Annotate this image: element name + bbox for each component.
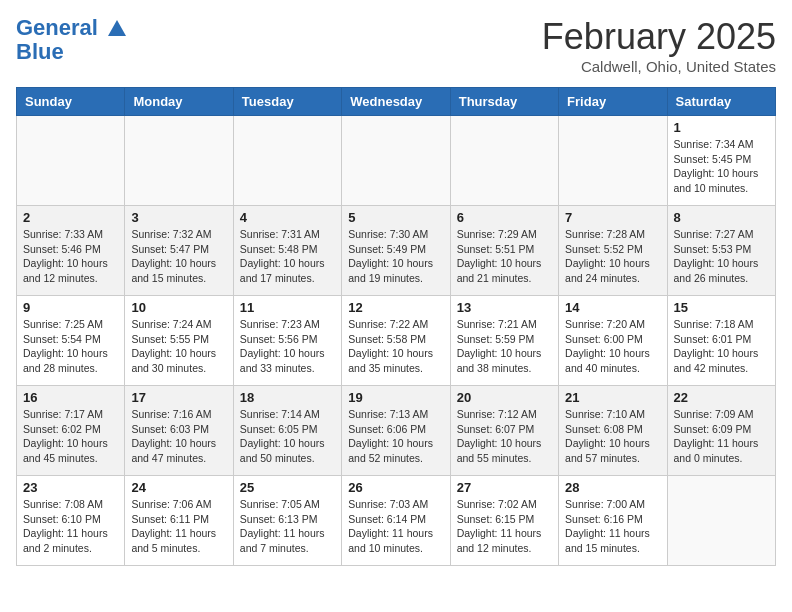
day-info: Sunrise: 7:18 AM Sunset: 6:01 PM Dayligh…: [674, 317, 769, 376]
table-row: 5Sunrise: 7:30 AM Sunset: 5:49 PM Daylig…: [342, 206, 450, 296]
day-info: Sunrise: 7:08 AM Sunset: 6:10 PM Dayligh…: [23, 497, 118, 556]
day-info: Sunrise: 7:17 AM Sunset: 6:02 PM Dayligh…: [23, 407, 118, 466]
table-row: [450, 116, 558, 206]
day-number: 11: [240, 300, 335, 315]
day-info: Sunrise: 7:27 AM Sunset: 5:53 PM Dayligh…: [674, 227, 769, 286]
day-number: 18: [240, 390, 335, 405]
day-info: Sunrise: 7:33 AM Sunset: 5:46 PM Dayligh…: [23, 227, 118, 286]
day-number: 5: [348, 210, 443, 225]
day-number: 3: [131, 210, 226, 225]
table-row: 12Sunrise: 7:22 AM Sunset: 5:58 PM Dayli…: [342, 296, 450, 386]
day-info: Sunrise: 7:24 AM Sunset: 5:55 PM Dayligh…: [131, 317, 226, 376]
table-row: [667, 476, 775, 566]
day-number: 17: [131, 390, 226, 405]
table-row: [342, 116, 450, 206]
calendar-table: Sunday Monday Tuesday Wednesday Thursday…: [16, 87, 776, 566]
table-row: [559, 116, 667, 206]
svg-marker-0: [108, 20, 126, 36]
calendar-week-row: 2Sunrise: 7:33 AM Sunset: 5:46 PM Daylig…: [17, 206, 776, 296]
day-info: Sunrise: 7:34 AM Sunset: 5:45 PM Dayligh…: [674, 137, 769, 196]
day-info: Sunrise: 7:14 AM Sunset: 6:05 PM Dayligh…: [240, 407, 335, 466]
day-number: 19: [348, 390, 443, 405]
logo-general: General: [16, 15, 98, 40]
day-number: 25: [240, 480, 335, 495]
table-row: [17, 116, 125, 206]
calendar-week-row: 9Sunrise: 7:25 AM Sunset: 5:54 PM Daylig…: [17, 296, 776, 386]
calendar-week-row: 16Sunrise: 7:17 AM Sunset: 6:02 PM Dayli…: [17, 386, 776, 476]
day-number: 8: [674, 210, 769, 225]
logo: General Blue: [16, 16, 128, 64]
table-row: 25Sunrise: 7:05 AM Sunset: 6:13 PM Dayli…: [233, 476, 341, 566]
day-number: 14: [565, 300, 660, 315]
day-info: Sunrise: 7:23 AM Sunset: 5:56 PM Dayligh…: [240, 317, 335, 376]
day-info: Sunrise: 7:21 AM Sunset: 5:59 PM Dayligh…: [457, 317, 552, 376]
day-number: 10: [131, 300, 226, 315]
day-number: 2: [23, 210, 118, 225]
table-row: 13Sunrise: 7:21 AM Sunset: 5:59 PM Dayli…: [450, 296, 558, 386]
day-info: Sunrise: 7:25 AM Sunset: 5:54 PM Dayligh…: [23, 317, 118, 376]
day-number: 12: [348, 300, 443, 315]
calendar-week-row: 23Sunrise: 7:08 AM Sunset: 6:10 PM Dayli…: [17, 476, 776, 566]
table-row: 28Sunrise: 7:00 AM Sunset: 6:16 PM Dayli…: [559, 476, 667, 566]
day-info: Sunrise: 7:30 AM Sunset: 5:49 PM Dayligh…: [348, 227, 443, 286]
day-info: Sunrise: 7:10 AM Sunset: 6:08 PM Dayligh…: [565, 407, 660, 466]
day-number: 7: [565, 210, 660, 225]
table-row: 8Sunrise: 7:27 AM Sunset: 5:53 PM Daylig…: [667, 206, 775, 296]
table-row: 11Sunrise: 7:23 AM Sunset: 5:56 PM Dayli…: [233, 296, 341, 386]
day-number: 23: [23, 480, 118, 495]
day-info: Sunrise: 7:32 AM Sunset: 5:47 PM Dayligh…: [131, 227, 226, 286]
table-row: 10Sunrise: 7:24 AM Sunset: 5:55 PM Dayli…: [125, 296, 233, 386]
table-row: [233, 116, 341, 206]
month-title: February 2025: [542, 16, 776, 58]
table-row: 26Sunrise: 7:03 AM Sunset: 6:14 PM Dayli…: [342, 476, 450, 566]
day-info: Sunrise: 7:22 AM Sunset: 5:58 PM Dayligh…: [348, 317, 443, 376]
table-row: 3Sunrise: 7:32 AM Sunset: 5:47 PM Daylig…: [125, 206, 233, 296]
table-row: 1Sunrise: 7:34 AM Sunset: 5:45 PM Daylig…: [667, 116, 775, 206]
location-subtitle: Caldwell, Ohio, United States: [542, 58, 776, 75]
day-number: 4: [240, 210, 335, 225]
table-row: 18Sunrise: 7:14 AM Sunset: 6:05 PM Dayli…: [233, 386, 341, 476]
day-info: Sunrise: 7:13 AM Sunset: 6:06 PM Dayligh…: [348, 407, 443, 466]
day-info: Sunrise: 7:00 AM Sunset: 6:16 PM Dayligh…: [565, 497, 660, 556]
calendar-header-row: Sunday Monday Tuesday Wednesday Thursday…: [17, 88, 776, 116]
table-row: 27Sunrise: 7:02 AM Sunset: 6:15 PM Dayli…: [450, 476, 558, 566]
header-tuesday: Tuesday: [233, 88, 341, 116]
table-row: 15Sunrise: 7:18 AM Sunset: 6:01 PM Dayli…: [667, 296, 775, 386]
calendar-week-row: 1Sunrise: 7:34 AM Sunset: 5:45 PM Daylig…: [17, 116, 776, 206]
day-number: 24: [131, 480, 226, 495]
day-number: 22: [674, 390, 769, 405]
table-row: 20Sunrise: 7:12 AM Sunset: 6:07 PM Dayli…: [450, 386, 558, 476]
day-number: 15: [674, 300, 769, 315]
day-info: Sunrise: 7:05 AM Sunset: 6:13 PM Dayligh…: [240, 497, 335, 556]
table-row: 19Sunrise: 7:13 AM Sunset: 6:06 PM Dayli…: [342, 386, 450, 476]
day-info: Sunrise: 7:09 AM Sunset: 6:09 PM Dayligh…: [674, 407, 769, 466]
page-header: General Blue February 2025 Caldwell, Ohi…: [16, 16, 776, 75]
table-row: 4Sunrise: 7:31 AM Sunset: 5:48 PM Daylig…: [233, 206, 341, 296]
day-info: Sunrise: 7:31 AM Sunset: 5:48 PM Dayligh…: [240, 227, 335, 286]
logo-blue: Blue: [16, 39, 64, 64]
table-row: 9Sunrise: 7:25 AM Sunset: 5:54 PM Daylig…: [17, 296, 125, 386]
day-number: 28: [565, 480, 660, 495]
header-sunday: Sunday: [17, 88, 125, 116]
day-info: Sunrise: 7:28 AM Sunset: 5:52 PM Dayligh…: [565, 227, 660, 286]
table-row: 24Sunrise: 7:06 AM Sunset: 6:11 PM Dayli…: [125, 476, 233, 566]
day-number: 27: [457, 480, 552, 495]
day-number: 20: [457, 390, 552, 405]
table-row: 14Sunrise: 7:20 AM Sunset: 6:00 PM Dayli…: [559, 296, 667, 386]
table-row: 21Sunrise: 7:10 AM Sunset: 6:08 PM Dayli…: [559, 386, 667, 476]
day-number: 13: [457, 300, 552, 315]
day-info: Sunrise: 7:06 AM Sunset: 6:11 PM Dayligh…: [131, 497, 226, 556]
logo-icon: [106, 18, 128, 40]
table-row: 7Sunrise: 7:28 AM Sunset: 5:52 PM Daylig…: [559, 206, 667, 296]
day-info: Sunrise: 7:16 AM Sunset: 6:03 PM Dayligh…: [131, 407, 226, 466]
table-row: 16Sunrise: 7:17 AM Sunset: 6:02 PM Dayli…: [17, 386, 125, 476]
table-row: 2Sunrise: 7:33 AM Sunset: 5:46 PM Daylig…: [17, 206, 125, 296]
day-number: 6: [457, 210, 552, 225]
table-row: 6Sunrise: 7:29 AM Sunset: 5:51 PM Daylig…: [450, 206, 558, 296]
day-number: 9: [23, 300, 118, 315]
day-number: 21: [565, 390, 660, 405]
day-info: Sunrise: 7:29 AM Sunset: 5:51 PM Dayligh…: [457, 227, 552, 286]
header-monday: Monday: [125, 88, 233, 116]
table-row: 23Sunrise: 7:08 AM Sunset: 6:10 PM Dayli…: [17, 476, 125, 566]
day-number: 1: [674, 120, 769, 135]
